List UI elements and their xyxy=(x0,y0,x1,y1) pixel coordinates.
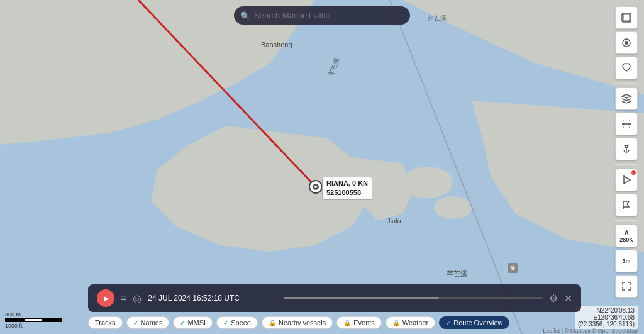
pill-names[interactable]: ✓ Names xyxy=(126,316,170,329)
svg-point-19 xyxy=(625,41,628,45)
pill-weather[interactable]: 🔒 Weather xyxy=(386,316,435,329)
play-button[interactable]: ▶ xyxy=(97,289,114,307)
scale-seg-3 xyxy=(43,318,62,322)
search-bar: 🔍 xyxy=(234,6,410,25)
pill-route-label: Route Overview xyxy=(453,319,502,326)
pill-speed-label: Speed xyxy=(231,319,251,326)
pill-tracks[interactable]: Tracks xyxy=(88,316,123,329)
timestamp: 24 JUL 2024 16:52:18 UTC xyxy=(148,294,277,303)
svg-point-7 xyxy=(402,167,453,198)
anchor-icon xyxy=(621,143,632,155)
stack-btn[interactable] xyxy=(615,87,638,110)
svg-point-20 xyxy=(622,123,625,125)
route-check-icon: ✓ xyxy=(446,320,451,326)
layers-btn[interactable] xyxy=(615,6,638,29)
ship-marker[interactable]: RIANA, 0 KN 525100558 xyxy=(308,179,323,197)
svg-rect-17 xyxy=(623,14,630,21)
speed-icon[interactable]: ◎ xyxy=(133,292,142,304)
coord-lon: E120°36'40.68 xyxy=(578,314,635,321)
pill-route-overview[interactable]: ✓ Route Overview xyxy=(439,316,509,329)
coordinates: N22°20'08.13 E120°36'40.68 (22.3356, 120… xyxy=(575,306,638,329)
svg-point-8 xyxy=(434,196,472,219)
events-lock-icon: 🔒 xyxy=(343,320,351,326)
player-bar: ▶ ≡ ◎ 24 JUL 2024 16:52:18 UTC ⚙ ✕ xyxy=(88,284,581,312)
ship-label: RIANA, 0 KN 525100558 xyxy=(322,177,372,200)
map-container: 🏛 Baosheng Jialu 芊芒溪 芊芒溪 岸芒溪 RIANA, 0 KN… xyxy=(0,0,644,334)
vessel-btn[interactable] xyxy=(615,31,638,54)
pill-weather-label: Weather xyxy=(402,319,428,326)
toolbar-sep-3 xyxy=(615,220,638,221)
pill-speed[interactable]: ✓ Speed xyxy=(216,316,258,329)
settings-button[interactable]: ⚙ xyxy=(549,292,558,304)
pill-events-label: Events xyxy=(353,319,375,326)
search-icon: 🔍 xyxy=(240,11,250,20)
pill-events[interactable]: 🔒 Events xyxy=(336,316,382,329)
anchor-btn[interactable] xyxy=(615,138,638,160)
speed-check-icon: ✓ xyxy=(223,320,228,326)
weather-lock-icon: 🔒 xyxy=(392,320,400,326)
scale-graphic xyxy=(5,318,62,322)
layers-icon xyxy=(621,12,632,23)
pill-nearby[interactable]: 🔒 Nearby vessels xyxy=(262,316,333,329)
scale-bar: 300 m 1000 ft xyxy=(5,311,62,329)
pill-tracks-label: Tracks xyxy=(95,319,116,326)
favorite-btn[interactable] xyxy=(615,57,638,79)
svg-text:🏛: 🏛 xyxy=(510,265,516,272)
north-icon: ∧ xyxy=(624,228,629,237)
flag-icon xyxy=(621,199,632,211)
pill-mmsi[interactable]: ✓ MMSI xyxy=(173,316,213,329)
close-button[interactable]: ✕ xyxy=(564,292,572,304)
svg-point-22 xyxy=(625,145,628,148)
filter-pills: Tracks ✓ Names ✓ MMSI ✓ Speed 🔒 Nearby v… xyxy=(88,316,509,329)
scale-seg-2 xyxy=(24,318,43,322)
stack-icon xyxy=(621,93,632,104)
attribution: Leaflet | © Mapbox © OpenStreetMap xyxy=(543,328,638,334)
svg-point-15 xyxy=(314,186,317,188)
pill-names-label: Names xyxy=(141,319,163,326)
menu-icon[interactable]: ≡ xyxy=(121,292,126,304)
scale-label-1: 300 m xyxy=(5,311,62,318)
toolbar-sep-2 xyxy=(615,164,638,165)
play-map-icon xyxy=(621,174,632,186)
coord-lat: N22°20'08.13 xyxy=(578,307,635,314)
names-check-icon: ✓ xyxy=(133,320,138,326)
fullscreen-btn[interactable] xyxy=(615,275,638,298)
flag-btn[interactable] xyxy=(615,194,638,216)
route-icon xyxy=(621,118,632,130)
zoom-scale-btn[interactable]: ∧ 280K xyxy=(615,225,638,247)
progress-fill xyxy=(284,297,439,299)
scale-seg-1 xyxy=(5,318,24,322)
play-icon: ▶ xyxy=(104,294,109,303)
vessel-icon xyxy=(621,37,632,48)
zoom-level-btn[interactable]: 3m xyxy=(615,250,638,272)
toolbar-sep-1 xyxy=(615,83,638,84)
zoom-level-label: 3m xyxy=(622,258,630,265)
ship-icon xyxy=(308,179,323,194)
play-map-btn[interactable] xyxy=(615,169,638,191)
coord-decimal: (22.3356, 120.6113) xyxy=(578,321,635,328)
mmsi-check-icon: ✓ xyxy=(180,320,185,326)
svg-marker-23 xyxy=(624,176,630,184)
pill-nearby-label: Nearby vessels xyxy=(279,319,326,326)
heart-icon xyxy=(621,62,632,74)
nearby-lock-icon: 🔒 xyxy=(269,320,276,326)
progress-bar[interactable] xyxy=(284,297,543,299)
svg-point-21 xyxy=(628,123,631,125)
zoom-scale-label: 280K xyxy=(619,237,633,243)
right-toolbar: ∧ 280K 3m xyxy=(615,6,638,298)
fullscreen-icon xyxy=(621,281,632,292)
scale-label-2: 1000 ft xyxy=(5,323,62,329)
search-input[interactable] xyxy=(234,6,410,25)
route-btn[interactable] xyxy=(615,113,638,135)
pill-mmsi-label: MMSI xyxy=(187,319,206,326)
